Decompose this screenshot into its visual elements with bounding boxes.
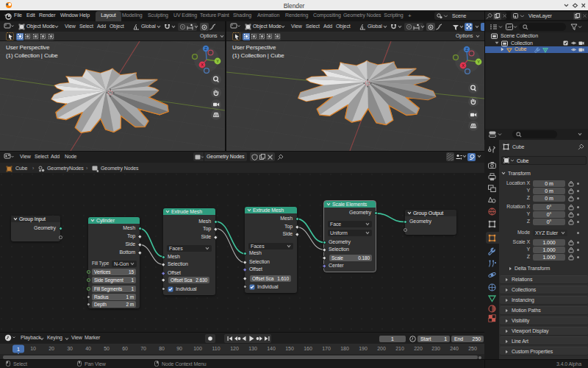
svg-text:50: 50: [104, 346, 110, 351]
svg-text:60: 60: [122, 346, 128, 351]
svg-text:100: 100: [193, 346, 202, 351]
svg-text:70: 70: [140, 346, 146, 351]
svg-text:30: 30: [67, 346, 73, 351]
svg-text:User Perspective: User Perspective: [232, 44, 276, 51]
svg-text:40: 40: [85, 346, 91, 351]
svg-text:200: 200: [377, 346, 386, 351]
svg-text:120: 120: [230, 346, 239, 351]
svg-text:X: X: [201, 63, 204, 67]
svg-text:Y: Y: [216, 59, 219, 63]
svg-text:230: 230: [431, 346, 440, 351]
svg-text:220: 220: [414, 346, 423, 351]
svg-text:210: 210: [395, 346, 404, 351]
svg-text:(1) Collection | Cube: (1) Collection | Cube: [6, 52, 58, 59]
svg-text:140: 140: [267, 346, 276, 351]
svg-text:10: 10: [30, 346, 36, 351]
svg-text:Y: Y: [477, 60, 480, 64]
svg-text:150: 150: [285, 346, 294, 351]
svg-text:1: 1: [17, 347, 20, 352]
svg-text:(1) Collection | Cube: (1) Collection | Cube: [232, 52, 284, 59]
svg-text:160: 160: [304, 346, 312, 351]
svg-text:20: 20: [49, 346, 54, 351]
svg-text:User Perspective: User Perspective: [6, 44, 50, 51]
svg-text:250: 250: [468, 346, 477, 351]
svg-text:190: 190: [359, 346, 368, 351]
svg-text:X: X: [462, 63, 465, 68]
svg-text:90: 90: [176, 346, 182, 351]
svg-text:240: 240: [450, 346, 459, 351]
svg-text:130: 130: [248, 346, 257, 351]
svg-text:180: 180: [340, 346, 349, 351]
svg-text:80: 80: [159, 346, 165, 351]
svg-text:110: 110: [212, 346, 220, 351]
svg-text:170: 170: [322, 346, 331, 351]
